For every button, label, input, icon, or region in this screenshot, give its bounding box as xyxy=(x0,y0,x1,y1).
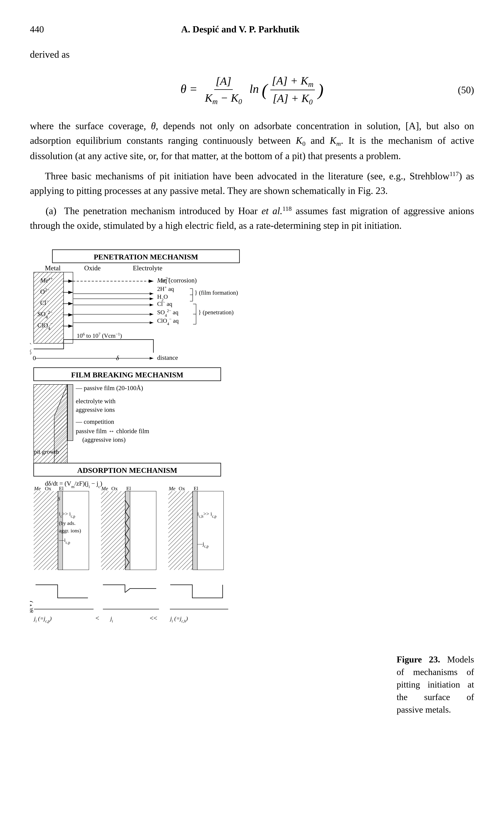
svg-rect-86 xyxy=(193,491,197,570)
svg-text:Ox: Ox xyxy=(179,485,185,491)
svg-text:El: El xyxy=(126,485,131,491)
diagram-left: PENETRATION MECHANISM Metal Oxide Electr… xyxy=(30,248,385,719)
svg-text:ji (=jc,p): ji (=jc,p) xyxy=(33,615,52,623)
svg-text:PENETRATION  MECHANISM: PENETRATION MECHANISM xyxy=(94,253,198,261)
svg-text:Me: Me xyxy=(101,485,108,491)
svg-text:Oxide: Oxide xyxy=(84,264,101,272)
svg-rect-8 xyxy=(64,272,73,343)
svg-rect-77 xyxy=(101,491,125,570)
svg-text:Ox: Ox xyxy=(45,485,51,491)
svg-text:δ: δ xyxy=(116,355,119,361)
equation-inner-fraction: [A] + Km [A] + K0 xyxy=(270,73,315,108)
svg-text:El: El xyxy=(194,485,198,491)
page-number: 440 xyxy=(30,22,44,36)
body-text: where the surface coverage, θ, depends n… xyxy=(30,119,474,233)
svg-text:Metal: Metal xyxy=(45,264,60,272)
svg-text:— competition: — competition xyxy=(76,418,114,425)
svg-text:pit growth: pit growth xyxy=(34,448,59,455)
svg-text:Me: Me xyxy=(169,485,175,491)
svg-text:106 to 107 (Vcm−1): 106 to 107 (Vcm−1) xyxy=(77,332,122,339)
svg-text:(aggressive ions): (aggressive ions) xyxy=(82,436,126,443)
figure-caption: Figure 23. Models of mechanisms of pitti… xyxy=(397,653,474,716)
figure-area: PENETRATION MECHANISM Metal Oxide Electr… xyxy=(30,248,474,719)
svg-text:ji: ji xyxy=(110,615,113,623)
svg-text:Cl−  aq: Cl− aq xyxy=(157,300,172,307)
equation-lhs: θ = [A] Km − K0 ln ( [A] + Km [A] + K0 ) xyxy=(180,73,324,108)
svg-text:dδ/dt = (Vm/zF)(ji − jc): dδ/dt = (Vm/zF)(ji − jc) xyxy=(45,480,102,489)
svg-text:g(V): g(V) xyxy=(30,601,33,613)
svg-text:electrolyte with: electrolyte with xyxy=(76,398,116,405)
svg-text:aggressive ions: aggressive ions xyxy=(76,406,115,413)
svg-text:passive film ↔ chloride film: passive film ↔ chloride film xyxy=(76,428,149,434)
svg-text:(by ads.: (by ads. xyxy=(59,520,76,526)
svg-text:FILM  BREAKING  MECHANISM: FILM BREAKING MECHANISM xyxy=(71,371,183,379)
paragraph-3: (a) The penetration mechanism introduced… xyxy=(30,204,474,233)
svg-rect-87 xyxy=(197,491,224,570)
svg-text:aggr. ions): aggr. ions) xyxy=(59,528,81,533)
svg-text:ClO4− aq: ClO4− aq xyxy=(157,317,179,326)
svg-text:aq (corrosion): aq (corrosion) xyxy=(161,277,197,284)
svg-text:Me: Me xyxy=(34,485,41,491)
svg-text:— passive film (20-100Å): — passive film (20-100Å) xyxy=(76,384,143,391)
svg-text:ADSORPTION  MECHANISM: ADSORPTION MECHANISM xyxy=(77,466,177,475)
svg-text:Electrolyte: Electrolyte xyxy=(133,264,162,272)
svg-text:Ox: Ox xyxy=(111,485,118,491)
paragraph-1: where the surface coverage, θ, depends n… xyxy=(30,119,474,163)
svg-text:SO42− aq: SO42− aq xyxy=(157,308,178,318)
paragraph-2: Three basic mechanisms of pit initiation… xyxy=(30,169,474,198)
svg-text:<: < xyxy=(95,614,99,622)
figure-caption-container: Figure 23. Models of mechanisms of pitti… xyxy=(397,248,474,719)
diagram-svg: PENETRATION MECHANISM Metal Oxide Electr… xyxy=(30,248,385,716)
svg-text:g(V): g(V) xyxy=(30,342,31,355)
svg-text:δ: δ xyxy=(58,496,60,502)
equation-fraction: [A] Km − K0 xyxy=(203,73,244,107)
svg-text:<<: << xyxy=(150,614,157,622)
diagram-container: PENETRATION MECHANISM Metal Oxide Electr… xyxy=(30,248,474,719)
page-authors: A. Despić and V. P. Parkhutik xyxy=(44,22,437,36)
page-header: 440 A. Despić and V. P. Parkhutik xyxy=(30,22,474,36)
svg-text:distance: distance xyxy=(157,354,178,361)
svg-text:El: El xyxy=(59,485,64,491)
svg-rect-53 xyxy=(67,384,73,441)
equation-50: θ = [A] Km − K0 ln ( [A] + Km [A] + K0 )… xyxy=(30,73,474,108)
svg-text:} (penetration): } (penetration) xyxy=(198,309,234,316)
svg-text:0: 0 xyxy=(33,355,36,361)
svg-text:2H+  aq: 2H+ aq xyxy=(157,285,174,292)
svg-rect-84 xyxy=(168,491,193,570)
derived-as-label: derived as xyxy=(30,47,474,62)
svg-rect-65 xyxy=(34,491,58,570)
figure-number: Figure 23. xyxy=(397,654,440,664)
svg-text:} (film formation): } (film formation) xyxy=(195,289,238,296)
equation-number: (50) xyxy=(458,83,474,97)
svg-rect-80 xyxy=(130,491,156,570)
svg-rect-7 xyxy=(34,272,64,343)
svg-text:ji (=jc,h): ji (=jc,h) xyxy=(170,615,188,623)
